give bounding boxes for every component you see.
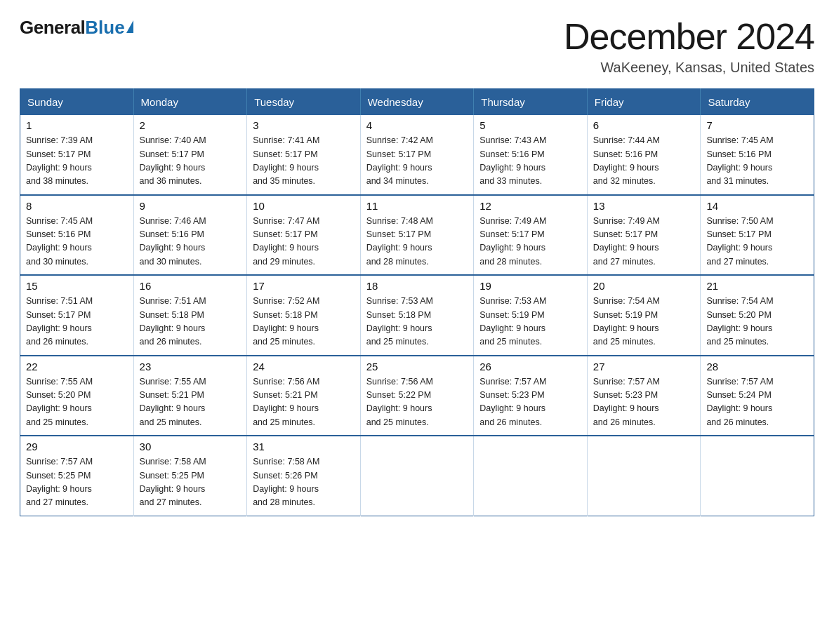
day-number: 21 — [706, 280, 808, 292]
day-info: Sunrise: 7:47 AMSunset: 5:17 PMDaylight:… — [253, 215, 355, 269]
day-number: 13 — [593, 200, 695, 212]
calendar-week-row: 8Sunrise: 7:45 AMSunset: 5:16 PMDaylight… — [20, 195, 814, 276]
day-info: Sunrise: 7:44 AMSunset: 5:16 PMDaylight:… — [593, 134, 695, 189]
day-number: 6 — [593, 119, 695, 131]
day-info: Sunrise: 7:41 AMSunset: 5:17 PMDaylight:… — [253, 134, 355, 189]
day-number: 14 — [706, 200, 808, 212]
day-number: 11 — [366, 200, 468, 212]
day-info: Sunrise: 7:51 AMSunset: 5:17 PMDaylight:… — [26, 295, 128, 349]
day-info: Sunrise: 7:53 AMSunset: 5:19 PMDaylight:… — [479, 295, 581, 349]
calendar-day-cell — [474, 436, 588, 516]
day-number: 23 — [140, 361, 241, 373]
calendar-table: SundayMondayTuesdayWednesdayThursdayFrid… — [20, 88, 814, 516]
day-info: Sunrise: 7:57 AMSunset: 5:25 PMDaylight:… — [26, 455, 128, 510]
calendar-title-area: December 2024 WaKeeney, Kansas, United S… — [564, 17, 814, 76]
day-number: 24 — [253, 361, 355, 373]
day-info: Sunrise: 7:46 AMSunset: 5:16 PMDaylight:… — [140, 215, 241, 269]
day-info: Sunrise: 7:45 AMSunset: 5:16 PMDaylight:… — [706, 134, 808, 189]
day-number: 4 — [366, 119, 468, 131]
calendar-location: WaKeeney, Kansas, United States — [564, 60, 814, 76]
weekday-header-monday: Monday — [133, 89, 247, 116]
weekday-header-row: SundayMondayTuesdayWednesdayThursdayFrid… — [20, 89, 814, 116]
logo-blue-block: Blue — [85, 17, 133, 39]
day-number: 1 — [26, 119, 128, 131]
calendar-day-cell — [701, 436, 814, 516]
logo: General Blue — [20, 17, 133, 39]
day-info: Sunrise: 7:56 AMSunset: 5:22 PMDaylight:… — [366, 375, 468, 430]
day-info: Sunrise: 7:48 AMSunset: 5:17 PMDaylight:… — [366, 215, 468, 269]
day-number: 7 — [706, 119, 808, 131]
day-info: Sunrise: 7:50 AMSunset: 5:17 PMDaylight:… — [706, 215, 808, 269]
day-number: 15 — [26, 280, 128, 292]
day-number: 17 — [253, 280, 355, 292]
calendar-day-cell: 4Sunrise: 7:42 AMSunset: 5:17 PMDaylight… — [360, 115, 474, 195]
day-info: Sunrise: 7:39 AMSunset: 5:17 PMDaylight:… — [26, 134, 128, 189]
calendar-day-cell: 8Sunrise: 7:45 AMSunset: 5:16 PMDaylight… — [20, 195, 134, 276]
day-info: Sunrise: 7:52 AMSunset: 5:18 PMDaylight:… — [253, 295, 355, 349]
calendar-day-cell: 12Sunrise: 7:49 AMSunset: 5:17 PMDayligh… — [474, 195, 588, 276]
weekday-header-sunday: Sunday — [20, 89, 134, 116]
weekday-header-tuesday: Tuesday — [247, 89, 361, 116]
calendar-day-cell: 31Sunrise: 7:58 AMSunset: 5:26 PMDayligh… — [247, 436, 361, 516]
day-number: 30 — [140, 441, 241, 452]
calendar-day-cell: 9Sunrise: 7:46 AMSunset: 5:16 PMDaylight… — [133, 195, 247, 276]
calendar-day-cell: 15Sunrise: 7:51 AMSunset: 5:17 PMDayligh… — [20, 275, 134, 356]
day-info: Sunrise: 7:55 AMSunset: 5:20 PMDaylight:… — [26, 375, 128, 430]
day-info: Sunrise: 7:57 AMSunset: 5:24 PMDaylight:… — [706, 375, 808, 430]
day-number: 9 — [140, 200, 241, 212]
calendar-day-cell: 30Sunrise: 7:58 AMSunset: 5:25 PMDayligh… — [133, 436, 247, 516]
logo-general-text: General — [20, 17, 85, 39]
calendar-week-row: 29Sunrise: 7:57 AMSunset: 5:25 PMDayligh… — [20, 436, 814, 516]
calendar-day-cell: 6Sunrise: 7:44 AMSunset: 5:16 PMDaylight… — [587, 115, 701, 195]
calendar-day-cell: 5Sunrise: 7:43 AMSunset: 5:16 PMDaylight… — [474, 115, 588, 195]
day-number: 2 — [140, 119, 241, 131]
calendar-day-cell: 13Sunrise: 7:49 AMSunset: 5:17 PMDayligh… — [587, 195, 701, 276]
calendar-day-cell: 19Sunrise: 7:53 AMSunset: 5:19 PMDayligh… — [474, 275, 588, 356]
day-number: 18 — [366, 280, 468, 292]
calendar-week-row: 15Sunrise: 7:51 AMSunset: 5:17 PMDayligh… — [20, 275, 814, 356]
day-info: Sunrise: 7:56 AMSunset: 5:21 PMDaylight:… — [253, 375, 355, 430]
calendar-day-cell: 23Sunrise: 7:55 AMSunset: 5:21 PMDayligh… — [133, 356, 247, 436]
day-number: 20 — [593, 280, 695, 292]
calendar-day-cell: 3Sunrise: 7:41 AMSunset: 5:17 PMDaylight… — [247, 115, 361, 195]
day-info: Sunrise: 7:42 AMSunset: 5:17 PMDaylight:… — [366, 134, 468, 189]
day-info: Sunrise: 7:55 AMSunset: 5:21 PMDaylight:… — [140, 375, 241, 430]
day-number: 22 — [26, 361, 128, 373]
day-info: Sunrise: 7:51 AMSunset: 5:18 PMDaylight:… — [140, 295, 241, 349]
day-number: 19 — [479, 280, 581, 292]
day-number: 16 — [140, 280, 241, 292]
day-info: Sunrise: 7:58 AMSunset: 5:26 PMDaylight:… — [253, 455, 355, 510]
day-info: Sunrise: 7:49 AMSunset: 5:17 PMDaylight:… — [593, 215, 695, 269]
calendar-day-cell: 28Sunrise: 7:57 AMSunset: 5:24 PMDayligh… — [701, 356, 814, 436]
day-info: Sunrise: 7:57 AMSunset: 5:23 PMDaylight:… — [479, 375, 581, 430]
calendar-day-cell — [587, 436, 701, 516]
day-number: 25 — [366, 361, 468, 373]
day-number: 26 — [479, 361, 581, 373]
calendar-day-cell: 27Sunrise: 7:57 AMSunset: 5:23 PMDayligh… — [587, 356, 701, 436]
calendar-day-cell: 11Sunrise: 7:48 AMSunset: 5:17 PMDayligh… — [360, 195, 474, 276]
calendar-day-cell: 24Sunrise: 7:56 AMSunset: 5:21 PMDayligh… — [247, 356, 361, 436]
day-number: 10 — [253, 200, 355, 212]
day-number: 28 — [706, 361, 808, 373]
calendar-day-cell: 16Sunrise: 7:51 AMSunset: 5:18 PMDayligh… — [133, 275, 247, 356]
day-info: Sunrise: 7:58 AMSunset: 5:25 PMDaylight:… — [140, 455, 241, 510]
day-number: 3 — [253, 119, 355, 131]
calendar-day-cell: 14Sunrise: 7:50 AMSunset: 5:17 PMDayligh… — [701, 195, 814, 276]
day-number: 31 — [253, 441, 355, 452]
calendar-day-cell: 7Sunrise: 7:45 AMSunset: 5:16 PMDaylight… — [701, 115, 814, 195]
calendar-month-year: December 2024 — [564, 17, 814, 57]
calendar-day-cell: 20Sunrise: 7:54 AMSunset: 5:19 PMDayligh… — [587, 275, 701, 356]
day-info: Sunrise: 7:49 AMSunset: 5:17 PMDaylight:… — [479, 215, 581, 269]
day-number: 29 — [26, 441, 128, 452]
logo-blue-text: Blue — [85, 17, 124, 39]
day-number: 27 — [593, 361, 695, 373]
day-number: 8 — [26, 200, 128, 212]
weekday-header-thursday: Thursday — [474, 89, 588, 116]
calendar-day-cell: 17Sunrise: 7:52 AMSunset: 5:18 PMDayligh… — [247, 275, 361, 356]
day-info: Sunrise: 7:43 AMSunset: 5:16 PMDaylight:… — [479, 134, 581, 189]
day-info: Sunrise: 7:40 AMSunset: 5:17 PMDaylight:… — [140, 134, 241, 189]
day-info: Sunrise: 7:53 AMSunset: 5:18 PMDaylight:… — [366, 295, 468, 349]
day-info: Sunrise: 7:57 AMSunset: 5:23 PMDaylight:… — [593, 375, 695, 430]
calendar-day-cell — [360, 436, 474, 516]
calendar-day-cell: 18Sunrise: 7:53 AMSunset: 5:18 PMDayligh… — [360, 275, 474, 356]
